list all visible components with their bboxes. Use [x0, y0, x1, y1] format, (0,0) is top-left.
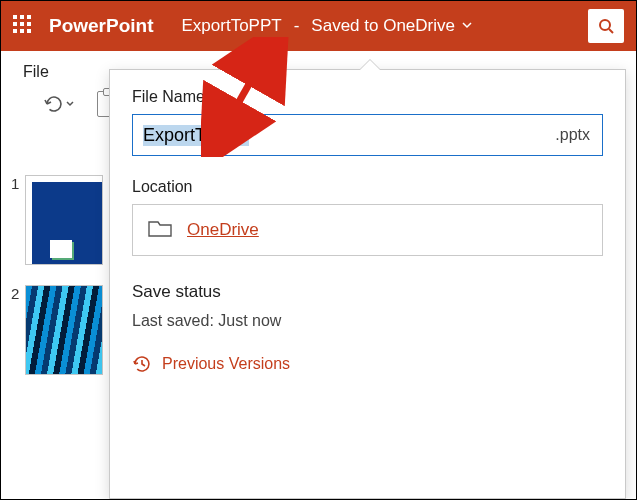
filename-label: File Name	[132, 88, 603, 106]
svg-rect-0	[13, 15, 17, 19]
svg-line-10	[609, 29, 613, 33]
svg-rect-8	[27, 29, 31, 33]
slide-number: 2	[11, 285, 19, 375]
app-name: PowerPoint	[49, 15, 154, 37]
location-link[interactable]: OneDrive	[187, 220, 259, 240]
folder-icon	[147, 217, 173, 243]
thumbnail-image	[25, 175, 103, 265]
search-icon	[597, 17, 615, 35]
document-title-button[interactable]: ExportToPPT - Saved to OneDrive	[182, 16, 473, 36]
svg-rect-4	[20, 22, 24, 26]
svg-rect-1	[20, 15, 24, 19]
location-box[interactable]: OneDrive	[132, 204, 603, 256]
filename-popup: File Name .pptx Location OneDrive Save s…	[109, 69, 626, 499]
location-label: Location	[132, 178, 603, 196]
previous-versions-label: Previous Versions	[162, 355, 290, 373]
svg-rect-3	[13, 22, 17, 26]
chevron-down-icon	[65, 99, 75, 109]
slide-panel: 1 2	[1, 169, 113, 499]
popup-caret-icon	[360, 60, 380, 70]
filename-field-wrapper: .pptx	[132, 114, 603, 156]
save-status-heading: Save status	[132, 282, 603, 302]
slide-number: 1	[11, 175, 19, 265]
search-button[interactable]	[588, 9, 624, 43]
svg-rect-6	[13, 29, 17, 33]
filename-input[interactable]	[133, 119, 555, 152]
separator: -	[294, 16, 300, 36]
svg-rect-7	[20, 29, 24, 33]
undo-icon	[43, 95, 63, 113]
doc-name: ExportToPPT	[182, 16, 282, 36]
thumbnail-image	[25, 285, 103, 375]
save-status-text: Last saved: Just now	[132, 312, 603, 330]
chevron-down-icon	[461, 16, 473, 36]
app-launcher-icon[interactable]	[13, 15, 31, 38]
slide-thumbnail-1[interactable]: 1	[11, 175, 103, 265]
svg-point-9	[600, 20, 610, 30]
file-extension: .pptx	[555, 126, 602, 144]
history-icon	[132, 354, 152, 374]
svg-rect-5	[27, 22, 31, 26]
undo-button[interactable]	[37, 91, 81, 117]
slide-thumbnail-2[interactable]: 2	[11, 285, 103, 375]
title-bar: PowerPoint ExportToPPT - Saved to OneDri…	[1, 1, 636, 51]
svg-rect-2	[27, 15, 31, 19]
previous-versions-link[interactable]: Previous Versions	[132, 354, 603, 374]
save-state: Saved to OneDrive	[311, 16, 455, 36]
